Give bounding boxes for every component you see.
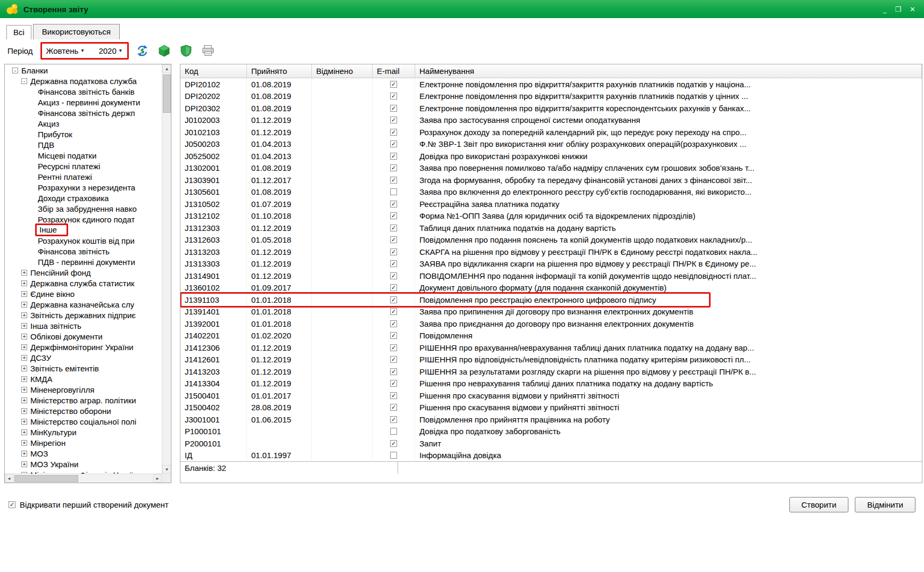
tree-item[interactable]: Місцеві податки (5, 150, 162, 161)
expand-icon[interactable]: + (21, 302, 27, 308)
table-row[interactable]: J131260301.05.2018✓Повідомлення про пода… (180, 234, 922, 246)
cancel-button[interactable]: Відмінити (855, 497, 915, 512)
table-row[interactable]: J050020301.04.2013✓Ф.№ ЗВР-1 Звіт про ви… (180, 138, 922, 151)
expand-icon[interactable]: + (21, 334, 27, 339)
expand-icon[interactable]: + (21, 461, 27, 467)
column-header-name[interactable]: Найменування (415, 64, 922, 78)
table-row[interactable]: J130560101.08.2019Заява про включення до… (180, 186, 922, 198)
table-row[interactable]: J150040228.08.2019✓Рішення про скасуванн… (180, 402, 922, 414)
email-checkbox[interactable]: ✓ (390, 440, 397, 447)
table-row[interactable]: J131320301.12.2019✓СКАРГА на рішення про… (180, 246, 922, 258)
table-row[interactable]: J141230601.12.2019✓РІШЕННЯ про врахуванн… (180, 342, 922, 354)
collapse-icon[interactable]: - (12, 68, 18, 73)
tree-item[interactable]: ПДВ (5, 139, 162, 150)
tree-item[interactable]: +Єдине вікно (5, 288, 162, 299)
expand-icon[interactable]: + (21, 429, 27, 435)
email-checkbox[interactable]: ✓ (390, 380, 397, 387)
table-row[interactable]: J131210201.10.2018✓Форма №1-ОПП Заява (д… (180, 210, 922, 222)
email-checkbox[interactable]: ✓ (390, 332, 397, 339)
table-row[interactable]: P1000101Довідка про податкову заборгован… (180, 426, 922, 438)
table-row[interactable]: J010210301.12.2019✓Розрахунок доходу за … (180, 126, 922, 138)
horizontal-scroll-thumb[interactable] (14, 475, 78, 482)
tree-item[interactable]: +Державна служба статистик (5, 278, 162, 288)
expand-icon[interactable]: + (21, 408, 27, 414)
email-checkbox[interactable]: ✓ (390, 81, 397, 88)
table-row[interactable]: J300100101.06.2015✓Повідомлення про прий… (180, 413, 922, 426)
table-row[interactable]: DPI2030201.08.2019✓Електронне повідомлен… (180, 102, 922, 114)
tree-item[interactable]: +Державна казначейська слу (5, 299, 162, 310)
tree-item[interactable]: +Держфінмоніторинг України (5, 342, 162, 352)
email-checkbox[interactable] (390, 452, 397, 459)
expand-icon[interactable]: + (21, 440, 27, 446)
close-button[interactable]: ✕ (910, 6, 915, 13)
scroll-right-arrow[interactable]: ► (153, 474, 162, 483)
column-header-email[interactable]: E-mail (373, 64, 415, 78)
chevron-down-icon[interactable]: ▾ (81, 48, 84, 53)
tree-item[interactable]: Акциз (5, 118, 162, 129)
maximize-button[interactable]: ❒ (895, 6, 901, 13)
tree-item[interactable]: Фінансова звітність держп (5, 107, 162, 118)
tree-item[interactable]: +МінКультури (5, 427, 162, 437)
table-row[interactable]: J131050201.07.2019✓Реєстраційна заява пл… (180, 198, 922, 210)
email-checkbox[interactable]: ✓ (390, 260, 397, 267)
table-row[interactable]: ІД01.01.1997Інформаційна довідка (180, 450, 922, 462)
tree-item[interactable]: +МОЗ України (5, 459, 162, 469)
table-row[interactable]: J141260101.12.2019✓РІШЕННЯ про відповідн… (180, 354, 922, 366)
email-checkbox[interactable]: ✓ (390, 344, 397, 351)
tree-item[interactable]: +Міненерговугілля (5, 384, 162, 395)
tree-item[interactable]: Акциз - первинні документи (5, 97, 162, 107)
tree-item[interactable]: Рентні платежі (5, 171, 162, 182)
scroll-up-arrow[interactable]: ▲ (162, 64, 171, 73)
tab-used[interactable]: Використовуються (33, 24, 120, 39)
table-row[interactable]: DPI2010201.08.2019✓Електронне повідомлен… (180, 78, 922, 90)
green-package-icon[interactable] (158, 44, 171, 57)
column-header-cancelled[interactable]: Відмінено (312, 64, 373, 78)
tree-item[interactable]: +Міністерство аграр. політики (5, 395, 162, 405)
collapse-icon[interactable]: - (21, 78, 27, 84)
expand-icon[interactable]: + (21, 312, 27, 318)
tree-item[interactable]: +КМДА (5, 374, 162, 384)
expand-icon[interactable]: + (21, 397, 27, 403)
tree-item[interactable]: +ДСЗУ (5, 352, 162, 363)
email-checkbox[interactable]: ✓ (390, 140, 397, 147)
scroll-down-arrow[interactable]: ▼ (162, 465, 171, 474)
email-checkbox[interactable]: ✓ (390, 308, 397, 315)
tab-all[interactable]: Всі (6, 25, 31, 39)
tree-item[interactable]: Збір за забруднення навко (5, 203, 162, 214)
tree-item[interactable]: Фінансова звітність (5, 246, 162, 256)
tree-item[interactable]: +Міністерство оборони (5, 405, 162, 416)
email-checkbox[interactable] (390, 188, 397, 195)
email-checkbox[interactable]: ✓ (390, 177, 397, 184)
table-row[interactable]: J139200101.01.2018✓Заява про приєднання … (180, 318, 922, 330)
expand-icon[interactable]: + (21, 419, 27, 425)
table-row[interactable]: J130200101.08.2019✓Заява про повернення … (180, 162, 922, 175)
email-checkbox[interactable]: ✓ (390, 356, 397, 363)
table-row[interactable]: J141330401.12.2019✓Рішення про неврахува… (180, 378, 922, 390)
tree-item[interactable]: +Міністерство соціальної полі (5, 416, 162, 427)
expand-icon[interactable]: + (21, 280, 27, 286)
tree-vertical-scrollbar[interactable]: ▲ ▼ (162, 64, 171, 474)
tree-item[interactable]: Розрахунок єдиного подат (5, 214, 162, 225)
scroll-left-arrow[interactable]: ◄ (5, 474, 13, 483)
email-checkbox[interactable]: ✓ (390, 416, 397, 423)
table-row[interactable]: J131230301.12.2019✓Таблиця даних платник… (180, 222, 922, 234)
chevron-down-icon[interactable]: ▾ (119, 48, 122, 53)
email-checkbox[interactable]: ✓ (390, 117, 397, 123)
table-row[interactable]: J131490101.12.2019✓ПОВІДОМЛЕННЯ про пода… (180, 270, 922, 282)
expand-icon[interactable]: + (21, 366, 27, 371)
tree-item[interactable]: Доходи страховика (5, 193, 162, 203)
email-checkbox[interactable]: ✓ (390, 392, 397, 399)
tree-item[interactable]: Ресурсні платежі (5, 161, 162, 171)
email-checkbox[interactable]: ✓ (390, 225, 397, 231)
expand-icon[interactable]: + (21, 344, 27, 350)
tree-item[interactable]: +Міністерство Фінансів Украї (5, 469, 162, 474)
tree-horizontal-scrollbar[interactable]: ◄ ► (5, 474, 162, 483)
email-checkbox[interactable]: ✓ (390, 212, 397, 219)
email-checkbox[interactable]: ✓ (390, 296, 397, 303)
table-row[interactable]: J139110301.01.2018✓Повідомлення про реєс… (180, 294, 922, 306)
expand-icon[interactable]: + (21, 323, 27, 329)
tree-item[interactable]: Розрахунок коштів від при (5, 235, 162, 246)
email-checkbox[interactable]: ✓ (390, 105, 397, 112)
table-row[interactable]: J010200301.12.2019✓Заява про застосуванн… (180, 114, 922, 127)
email-checkbox[interactable]: ✓ (390, 129, 397, 136)
